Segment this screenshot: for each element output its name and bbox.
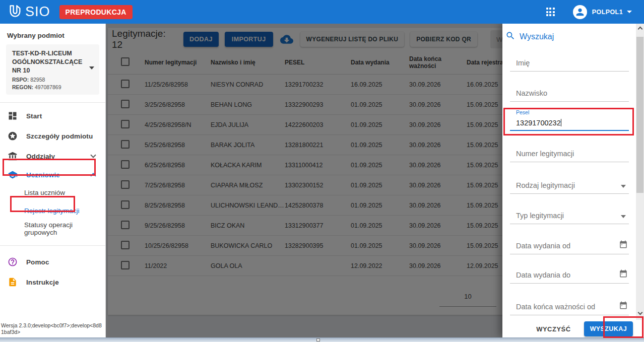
wyczysc-button[interactable]: WYCZYŚĆ <box>536 325 571 333</box>
entity-regon: REGON: 497087869 <box>12 84 86 90</box>
sidebar-item-uczniowie[interactable]: Uczniowie <box>0 166 105 183</box>
logo-text: SIO <box>25 4 50 20</box>
top-bar: SIO PREPRODUKCJA POLPOL1 <box>0 0 644 24</box>
imie-field[interactable]: Imię <box>510 54 629 72</box>
sio-logo-icon <box>7 3 23 21</box>
calendar-icon[interactable] <box>619 269 628 280</box>
graduation-cap-icon <box>8 170 18 180</box>
pesel-field-value: 13291700232 <box>516 119 561 127</box>
environment-badge: PREPRODUKCJA <box>59 5 133 19</box>
calendar-icon[interactable] <box>619 240 628 251</box>
text-cursor <box>561 119 561 126</box>
numer-legitymacji-field[interactable]: Numer legitymacji <box>510 145 629 162</box>
sidebar-item-oddzialy[interactable]: Oddziały <box>0 146 105 166</box>
sidebar: Wybrany podmiot TEST-KD-R-LICEUM OGÓLNOK… <box>0 24 106 337</box>
data-konca-waznosci-od-field[interactable]: Data końca ważności od <box>510 298 629 315</box>
entity-rspo: RSPO: 82958 <box>12 77 86 83</box>
wyszukaj-button[interactable]: WYSZUKAJ <box>584 321 633 336</box>
bank-icon <box>8 151 18 161</box>
data-wydania-od-field[interactable]: Data wydania od <box>510 237 629 254</box>
scrollbar-thumb[interactable] <box>636 37 643 193</box>
sidebar-divider <box>0 245 105 246</box>
sidebar-item-lista-uczniow[interactable]: Lista uczniów <box>0 183 105 201</box>
user-menu-caret-icon[interactable] <box>627 11 632 13</box>
sidebar-item-pomoc[interactable]: Pomoc <box>0 252 105 272</box>
chevron-up-icon <box>90 173 96 178</box>
filter-panel-title: Wyszukaj <box>520 32 554 41</box>
document-icon <box>8 277 18 287</box>
horizontal-scrollbar[interactable] <box>0 337 644 342</box>
typ-legitymacji-select[interactable]: Typ legitymacji <box>510 207 629 224</box>
selected-entity-label: Wybrany podmiot <box>0 24 105 44</box>
apps-grid-icon[interactable] <box>546 8 555 16</box>
sidebar-item-statusy-operacji[interactable]: Statusy operacji grupowych <box>0 220 105 238</box>
chevron-down-icon <box>90 152 96 158</box>
user-name[interactable]: POLPOL1 <box>592 9 623 16</box>
sidebar-item-instrukcje[interactable]: Instrukcje <box>0 272 105 292</box>
entity-name: TEST-KD-R-LICEUM OGÓLNOKSZTAŁCĄCE NR 10 <box>12 49 86 75</box>
sidebar-item-rejestr-legitymacji[interactable]: Rejestr legitymacji <box>0 201 105 220</box>
panel-scrollbar[interactable] <box>636 24 644 320</box>
scroll-up-icon[interactable] <box>636 25 644 33</box>
version-text: Wersja 2.3.0;develop<bc0f7>;develop<8d81… <box>1 322 104 335</box>
dashboard-icon <box>8 111 18 121</box>
star-circle-icon <box>8 131 18 141</box>
horizontal-scrollbar-thumb[interactable] <box>316 338 320 341</box>
sio-logo[interactable]: SIO <box>7 3 50 21</box>
filter-panel: Wyszukaj Imię Nazwisko Pesel 13291700232… <box>502 24 644 337</box>
sidebar-divider <box>0 102 105 103</box>
search-icon <box>505 31 516 43</box>
nazwisko-field[interactable]: Nazwisko <box>510 84 629 102</box>
entity-caret-icon <box>89 66 94 70</box>
sidebar-item-start[interactable]: Start <box>0 106 105 126</box>
scroll-down-icon[interactable] <box>636 311 644 319</box>
pesel-field-label: Pesel <box>516 109 529 115</box>
entity-selector[interactable]: TEST-KD-R-LICEUM OGÓLNOKSZTAŁCĄCE NR 10 … <box>6 44 99 95</box>
calendar-icon[interactable] <box>619 301 628 312</box>
help-icon <box>8 257 18 267</box>
data-wydania-do-field[interactable]: Data wydania do <box>510 266 629 284</box>
dropdown-caret-icon <box>621 185 626 188</box>
user-avatar[interactable] <box>573 5 587 19</box>
sidebar-item-szczegoly-podmiotu[interactable]: Szczegóły podmiotu <box>0 126 105 146</box>
pesel-field[interactable]: Pesel 13291700232 <box>510 109 629 131</box>
rodzaj-legitymacji-select[interactable]: Rodzaj legitymacji <box>510 176 629 194</box>
dropdown-caret-icon <box>621 215 626 218</box>
